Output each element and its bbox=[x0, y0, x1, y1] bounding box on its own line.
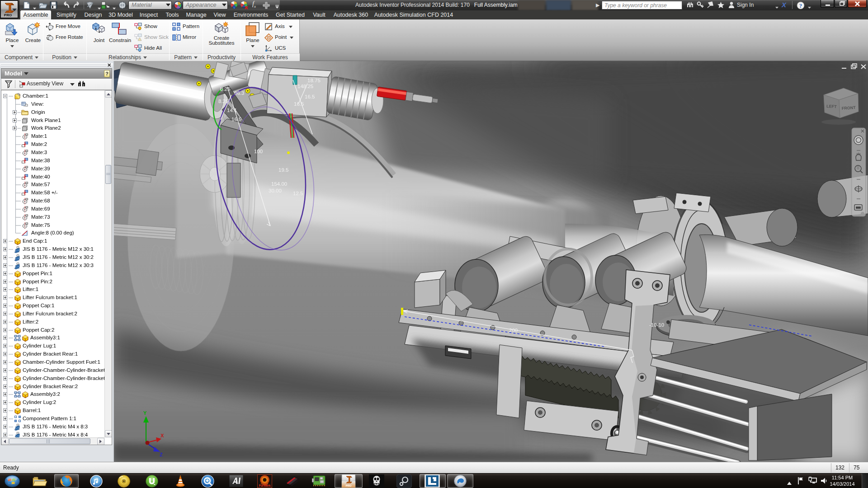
svg-text:8.25: 8.25 bbox=[218, 99, 228, 104]
svg-text:12.5: 12.5 bbox=[293, 191, 303, 196]
svg-text:19.5: 19.5 bbox=[278, 167, 288, 173]
svg-text:FurMark: FurMark bbox=[259, 484, 271, 487]
svg-text:14.1: 14.1 bbox=[227, 108, 237, 113]
svg-text:18.75: 18.75 bbox=[307, 78, 321, 83]
svg-text:16.5: 16.5 bbox=[305, 94, 315, 99]
svg-text:100: 100 bbox=[254, 149, 263, 154]
svg-text:96.3: 96.3 bbox=[234, 90, 244, 96]
svg-text:16.5: 16.5 bbox=[231, 117, 241, 122]
svg-text:-10-10: -10-10 bbox=[649, 322, 664, 328]
svg-text:30.00: 30.00 bbox=[269, 188, 282, 193]
svg-text:148.25: 148.25 bbox=[297, 84, 313, 89]
svg-text:8.25: 8.25 bbox=[220, 86, 230, 92]
svg-text:154.00: 154.00 bbox=[271, 181, 287, 187]
svg-text:200: 200 bbox=[509, 328, 518, 333]
svg-text:X: X bbox=[160, 433, 164, 438]
svg-text:16.5: 16.5 bbox=[294, 101, 304, 107]
svg-text:Z: Z bbox=[160, 452, 163, 457]
svg-text:LEFT: LEFT bbox=[826, 104, 837, 109]
svg-text:PRO: PRO bbox=[345, 484, 351, 487]
svg-text:Y: Y bbox=[143, 410, 147, 416]
svg-text:?: ? bbox=[799, 2, 802, 9]
